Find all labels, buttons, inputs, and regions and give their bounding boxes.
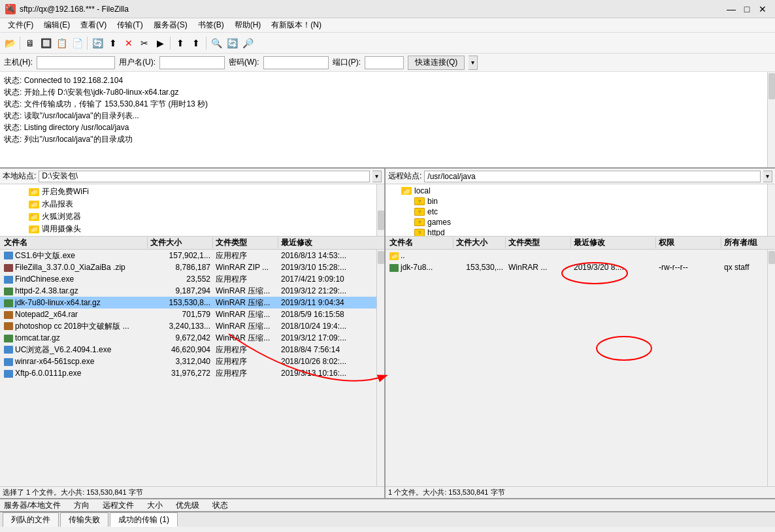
- local-status-text: 选择了 1 个文件。大小共: 153,530,841 字节: [3, 488, 143, 497]
- toolbar-btn-11[interactable]: ⬆: [173, 36, 188, 50]
- local-tree-scrollbar[interactable]: [376, 184, 384, 236]
- toolbar-btn-7[interactable]: ⬆: [106, 36, 120, 50]
- remote-path-input[interactable]: [424, 171, 761, 182]
- remote-status-text: 1 个文件。大小共: 153,530,841 字节: [388, 488, 505, 497]
- toolbar-btn-4[interactable]: 📋: [54, 36, 69, 50]
- minimize-button[interactable]: —: [724, 2, 738, 16]
- remote-header-type[interactable]: 文件类型: [506, 237, 571, 248]
- toolbar-btn-2[interactable]: 🖥: [23, 36, 37, 50]
- local-file-row[interactable]: winrar-x64-561scp.exe 3,312,040 应用程序 201…: [0, 356, 384, 367]
- tab-success[interactable]: 成功的传输 (1): [110, 512, 178, 527]
- toolbar-btn-10[interactable]: ▶: [153, 36, 167, 50]
- connect-dropdown-arrow[interactable]: ▾: [469, 56, 478, 70]
- close-button[interactable]: ✕: [755, 2, 770, 16]
- local-file-row[interactable]: FindChinese.exe 23,552 应用程序 2017/4/21 9:…: [0, 273, 384, 285]
- port-label: 端口(P):: [333, 57, 361, 68]
- remote-header-date[interactable]: 最近修改: [571, 237, 656, 248]
- local-tree-item-2[interactable]: 📁 火狐浏览器: [1, 210, 383, 223]
- status-scrollbar[interactable]: [767, 72, 775, 167]
- local-file-type: 应用程序: [213, 356, 278, 367]
- toolbar: 📂 🖥 🔲 📋 📄 🔄 ⬆ ✕ ✂ ▶ ⬆ ⬆ 🔍 🔄 🔎: [0, 33, 775, 54]
- local-file-date: 2018/5/9 16:15:58: [278, 310, 383, 319]
- remote-header-name[interactable]: 文件名: [387, 237, 453, 248]
- toolbar-btn-14[interactable]: 🔄: [225, 36, 239, 50]
- folder-icon: 📁: [29, 188, 39, 196]
- connect-button[interactable]: 快速连接(Q): [408, 56, 465, 70]
- folder-icon: 📁: [29, 213, 39, 221]
- local-header-name[interactable]: 文件名: [1, 237, 148, 248]
- remote-tree-httpd[interactable]: ? httpd: [387, 227, 774, 237]
- remote-tree-etc[interactable]: ? etc: [387, 207, 774, 217]
- menu-update[interactable]: 有新版本！(N): [266, 18, 327, 32]
- local-path-input[interactable]: [39, 171, 370, 182]
- remote-tree: 📁 local ? bin ? etc ? games: [386, 184, 775, 237]
- port-input[interactable]: [365, 56, 404, 69]
- local-header-date[interactable]: 最近修改: [278, 237, 383, 248]
- toolbar-btn-12[interactable]: ⬆: [189, 36, 203, 50]
- remote-list-scrollbar[interactable]: [767, 250, 775, 486]
- remote-tree-local[interactable]: 📁 local: [387, 186, 774, 196]
- local-file-row[interactable]: tomcat.tar.gz 9,672,042 WinRAR 压缩... 201…: [0, 332, 384, 344]
- remote-header-owner[interactable]: 所有者/组: [721, 237, 774, 248]
- toolbar-search[interactable]: 🔍: [209, 36, 223, 50]
- remote-header-size[interactable]: 文件大小: [453, 237, 506, 248]
- local-file-row[interactable]: jdk-7u80-linux-x64.tar.gz 153,530,8... W…: [0, 297, 384, 308]
- user-label: 用户名(U):: [119, 57, 156, 68]
- remote-file-row[interactable]: jdk-7u8... 153,530,... WinRAR ... 2019/3…: [386, 261, 775, 273]
- menu-file[interactable]: 文件(F): [3, 18, 39, 32]
- local-file-size: 31,976,272: [148, 369, 213, 378]
- local-tree: 📁 开启免费WiFi 📁 水晶报表 📁 火狐浏览器 📁 调用摄像头: [0, 184, 384, 237]
- remote-tree-bin[interactable]: ? bin: [387, 196, 774, 207]
- tab-failed[interactable]: 传输失败: [60, 512, 108, 527]
- local-file-name: jdk-7u80-linux-x64.tar.gz: [1, 298, 148, 307]
- remote-tree-scrollbar[interactable]: [767, 184, 775, 236]
- local-file-row[interactable]: UC浏览器_V6.2.4094.1.exe 46,620,904 应用程序 20…: [0, 344, 384, 356]
- toolbar-btn-9[interactable]: ✂: [137, 36, 152, 50]
- local-path-dropdown[interactable]: ▾: [372, 171, 382, 182]
- menu-bookmark[interactable]: 书签(B): [193, 18, 229, 32]
- pass-input[interactable]: [263, 56, 329, 69]
- toolbar-btn-15[interactable]: 🔎: [240, 36, 255, 50]
- local-file-row[interactable]: Notepad2_x64.rar 701,579 WinRAR 压缩... 20…: [0, 308, 384, 320]
- remote-tree-games[interactable]: ? games: [387, 217, 774, 227]
- local-tree-item-1[interactable]: 📁 水晶报表: [1, 198, 383, 210]
- local-file-row[interactable]: Xftp-6.0.0111p.exe 31,976,272 应用程序 2019/…: [0, 367, 384, 379]
- menu-edit[interactable]: 编辑(E): [39, 18, 75, 32]
- menu-transfer[interactable]: 传输(T): [112, 18, 148, 32]
- local-file-row[interactable]: CS1.6中文版.exe 157,902,1... 应用程序 2016/8/13…: [0, 250, 384, 261]
- remote-path-dropdown[interactable]: ▾: [763, 171, 772, 182]
- toolbar-btn-3[interactable]: 🔲: [39, 36, 53, 50]
- menu-server[interactable]: 服务器(S): [148, 18, 193, 32]
- menu-help[interactable]: 帮助(H): [229, 18, 267, 32]
- local-tree-item-0[interactable]: 📁 开启免费WiFi: [1, 186, 383, 198]
- local-file-date: 2019/3/13 10:16:...: [278, 369, 383, 378]
- local-file-size: 46,620,904: [148, 345, 213, 354]
- local-file-size: 9,187,294: [148, 286, 213, 295]
- tab-queued[interactable]: 列队的文件: [3, 512, 59, 527]
- local-tree-item-3[interactable]: 📁 调用摄像头: [1, 223, 383, 235]
- local-file-date: 2017/4/21 9:09:10: [278, 274, 383, 284]
- toolbar-stop[interactable]: ✕: [122, 36, 136, 50]
- local-file-row[interactable]: httpd-2.4.38.tar.gz 9,187,294 WinRAR 压缩.…: [0, 285, 384, 297]
- toolbar-btn-1[interactable]: 📂: [3, 36, 17, 50]
- local-panel: 本地站点: ▾ 📁 开启免费WiFi 📁 水晶报表 📁 火狐浏览: [0, 169, 386, 498]
- local-header-type[interactable]: 文件类型: [213, 237, 278, 248]
- local-list-scrollbar[interactable]: [376, 250, 384, 486]
- local-file-date: 2019/3/12 21:29:...: [278, 286, 383, 295]
- local-file-row[interactable]: photoshop cc 2018中文破解版 ... 3,240,133... …: [0, 320, 384, 332]
- remote-file-name: 📁..: [387, 251, 453, 260]
- host-input[interactable]: [37, 56, 115, 69]
- local-file-name: tomcat.tar.gz: [1, 333, 148, 342]
- user-input[interactable]: [159, 56, 225, 69]
- local-header-size[interactable]: 文件大小: [148, 237, 213, 248]
- folder-q-icon: ?: [414, 208, 425, 216]
- remote-header-perm[interactable]: 权限: [656, 237, 721, 248]
- local-panel-status: 选择了 1 个文件。大小共: 153,530,841 字节: [0, 486, 384, 498]
- toolbar-btn-5[interactable]: 📄: [70, 36, 84, 50]
- local-file-name: httpd-2.4.38.tar.gz: [1, 286, 148, 295]
- menu-view[interactable]: 查看(V): [75, 18, 112, 32]
- maximize-button[interactable]: □: [740, 2, 754, 16]
- toolbar-refresh[interactable]: 🔄: [90, 36, 105, 50]
- local-file-row[interactable]: FileZilla_3.37.0.0_XiaZaiBa .zip 8,786,1…: [0, 261, 384, 273]
- remote-file-row[interactable]: 📁..: [386, 250, 775, 261]
